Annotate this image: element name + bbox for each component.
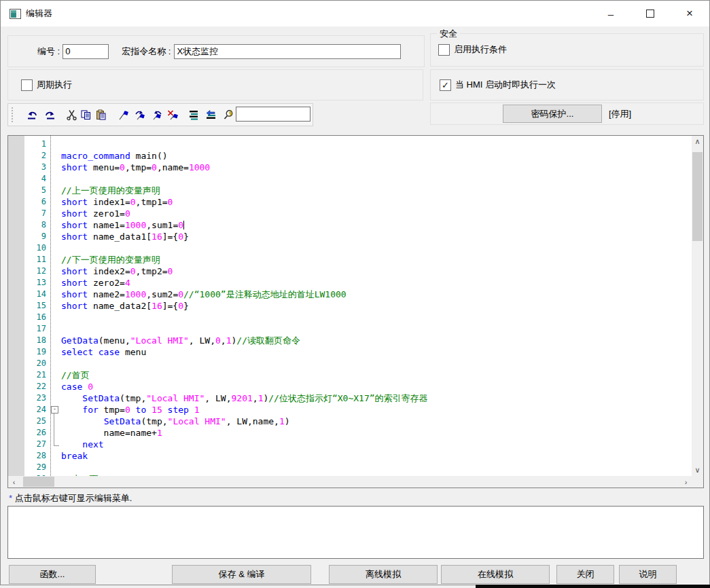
line-number: 26: [8, 427, 46, 439]
code-line[interactable]: 11//下一页使用的变量声明: [8, 254, 692, 265]
code-text: case 0: [61, 381, 93, 392]
redo-icon[interactable]: [44, 109, 56, 121]
code-line[interactable]: 25 SetData(tmp,"Local HMI", LW,name,1): [8, 416, 692, 427]
code-line[interactable]: 5//上一页使用的变量声明: [8, 185, 692, 196]
save-compile-button[interactable]: 保存 & 编译: [172, 565, 311, 584]
toggle-bookmark-icon[interactable]: [118, 109, 130, 121]
line-number: 13: [8, 277, 46, 289]
fold-margin: [46, 335, 61, 346]
fold-margin: [46, 150, 61, 162]
titlebar: 编辑器 – ×: [1, 1, 709, 26]
code-line[interactable]: 1: [8, 139, 692, 150]
scrollbar-corner: [692, 476, 703, 488]
cut-icon[interactable]: [66, 109, 77, 121]
toolbar-grip[interactable]: [12, 107, 15, 122]
line-number: 17: [8, 323, 46, 335]
enable-exec-condition-checkbox[interactable]: [438, 44, 450, 56]
hint-message: 点击鼠标右键可显示编辑菜单.: [12, 493, 132, 503]
line-number: 15: [8, 300, 46, 312]
clear-bookmarks-icon[interactable]: [167, 109, 179, 121]
goto-line-icon[interactable]: [188, 109, 200, 121]
code-line[interactable]: 16: [8, 312, 692, 323]
code-line[interactable]: 13short zero2=4: [8, 277, 692, 289]
code-line[interactable]: 28break: [8, 450, 692, 462]
code-line[interactable]: 21//首页: [8, 369, 692, 381]
line-number: 29: [8, 462, 46, 473]
periodic-exec-group: 周期执行: [7, 69, 423, 100]
password-protect-button[interactable]: 密码保护...: [503, 105, 602, 123]
help-button[interactable]: 说明: [619, 565, 677, 584]
macro-id-group: 编号 : 宏指令名称 :: [7, 35, 425, 67]
vertical-scrollbar[interactable]: ∧ ∨: [692, 136, 703, 476]
fold-margin: [46, 358, 61, 369]
code-line[interactable]: 22case 0: [8, 381, 692, 392]
undo-icon[interactable]: [26, 109, 38, 121]
code-text: //上一页使用的变量声明: [61, 185, 160, 196]
code-line[interactable]: 14short name2=1000,sum2=0//“1000”是注释动态地址…: [8, 289, 692, 300]
code-line[interactable]: 18GetData(menu,"Local HMI", LW,0,1)//读取翻…: [8, 335, 692, 346]
editor-toolbar: [7, 103, 313, 126]
horizontal-scroll-thumb[interactable]: [23, 477, 54, 487]
previous-bookmark-icon[interactable]: [151, 109, 162, 121]
fold-collapse-icon[interactable]: -: [51, 406, 58, 414]
scroll-up-icon[interactable]: ∧: [692, 136, 703, 147]
code-content[interactable]: 12macro_command main()3short menu=0,tmp=…: [8, 136, 692, 476]
vertical-scroll-thumb[interactable]: [692, 152, 703, 241]
fold-scope-line: [54, 414, 59, 446]
code-line[interactable]: 7short zero1=0: [8, 208, 692, 219]
code-line[interactable]: 30//上一页: [8, 473, 692, 476]
fold-margin: [46, 473, 61, 476]
close-button[interactable]: ×: [670, 1, 709, 26]
close-dialog-button[interactable]: 关闭: [556, 565, 614, 584]
code-line[interactable]: 12short index2=0,tmp2=0: [8, 265, 692, 277]
functions-button[interactable]: 函数...: [9, 565, 96, 584]
code-line[interactable]: 20: [8, 358, 692, 369]
online-simulation-button[interactable]: 在线模拟: [441, 565, 550, 584]
find-input[interactable]: [236, 107, 310, 122]
indent-icon[interactable]: [205, 109, 217, 121]
code-text: short zero2=4: [61, 277, 130, 289]
copy-icon[interactable]: [80, 109, 92, 121]
code-line[interactable]: 17: [8, 323, 692, 335]
line-number: 8: [8, 219, 46, 231]
line-number: 20: [8, 358, 46, 369]
code-line[interactable]: 9short name_data1[16]={0}: [8, 231, 692, 242]
offline-simulation-button[interactable]: 离线模拟: [329, 565, 438, 584]
code-line[interactable]: 6short index1=0,tmp1=0: [8, 196, 692, 208]
scroll-left-icon[interactable]: ‹: [8, 476, 20, 488]
code-line[interactable]: 26 name=name+1: [8, 427, 692, 439]
code-text: //下一页使用的变量声明: [61, 254, 160, 265]
next-bookmark-icon[interactable]: [135, 109, 146, 121]
code-text: break: [61, 450, 88, 462]
minimize-button[interactable]: –: [591, 1, 631, 26]
macro-name-input[interactable]: [174, 44, 401, 59]
code-line[interactable]: 8short name1=1000,sum1=0: [8, 219, 692, 231]
code-line[interactable]: 19select case menu: [8, 346, 692, 358]
startup-exec-checkbox[interactable]: ✓: [440, 79, 451, 91]
code-line[interactable]: 3short menu=0,tmp=0,name=1000: [8, 162, 692, 173]
paste-icon[interactable]: [95, 109, 107, 121]
code-line[interactable]: 27 next: [8, 439, 692, 450]
code-line[interactable]: 10: [8, 242, 692, 254]
horizontal-scrollbar[interactable]: ‹ ›: [8, 476, 692, 488]
code-line[interactable]: 2macro_command main(): [8, 150, 692, 162]
code-line[interactable]: 15short name_data2[16]={0}: [8, 300, 692, 312]
periodic-exec-label: 周期执行: [37, 79, 72, 91]
find-icon[interactable]: [223, 109, 234, 121]
fold-margin: [46, 173, 61, 185]
fold-margin: [46, 450, 61, 462]
compile-output-box[interactable]: [7, 506, 704, 559]
code-line[interactable]: 23 SetData(tmp,"Local HMI", LW,9201,1)//…: [8, 392, 692, 404]
line-number: 16: [8, 312, 46, 323]
scroll-down-icon[interactable]: ∨: [692, 464, 703, 476]
maximize-button[interactable]: [631, 1, 670, 26]
code-line[interactable]: 29: [8, 462, 692, 473]
code-line[interactable]: 24 for tmp=0 to 15 step 1: [8, 404, 692, 416]
code-line[interactable]: 4: [8, 173, 692, 185]
window-title: 编辑器: [26, 7, 52, 20]
scroll-right-icon[interactable]: ›: [680, 476, 692, 488]
number-input[interactable]: [63, 44, 109, 59]
fold-margin: [46, 277, 61, 289]
security-group-title: 安全: [437, 28, 460, 40]
periodic-exec-checkbox[interactable]: [21, 79, 33, 91]
